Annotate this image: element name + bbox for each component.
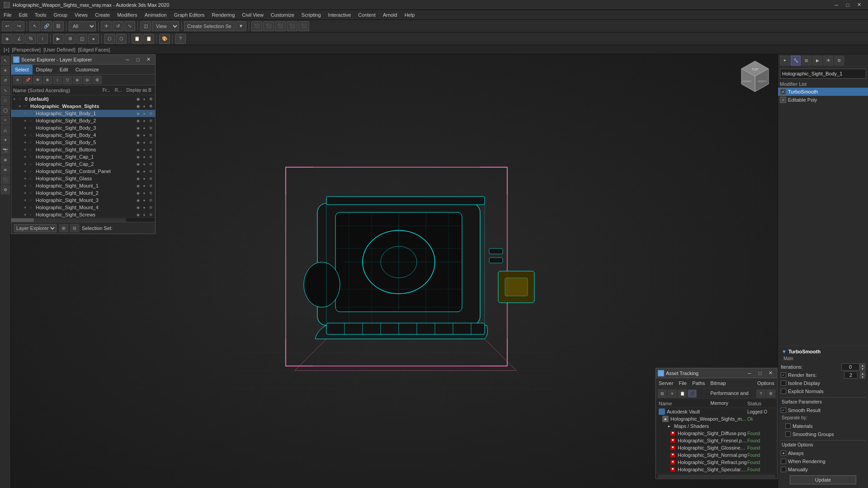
at-help-btn[interactable]: ? — [756, 389, 765, 398]
at-tool3[interactable]: 📋 — [678, 389, 687, 398]
se-horizontal-scrollbar[interactable] — [11, 217, 155, 222]
rotate-btn[interactable]: ↺ — [113, 21, 123, 31]
help-btn[interactable]: ? — [175, 34, 186, 44]
hierarchy-btn[interactable]: ⊞ — [802, 56, 811, 66]
lights-btn[interactable]: ☀ — [1, 136, 10, 145]
se-menu-select[interactable]: Select — [11, 65, 33, 75]
menu-item-edit[interactable]: Edit — [15, 10, 31, 20]
menu-item-rendering[interactable]: Rendering — [208, 10, 239, 20]
maximize-button[interactable]: □ — [842, 0, 853, 10]
minimize-button[interactable]: ─ — [831, 0, 842, 10]
curves-btn[interactable]: ⬛ — [298, 21, 309, 31]
object-name-field[interactable] — [780, 69, 866, 79]
motion-btn[interactable]: ▶ — [812, 56, 822, 66]
viewport-edged-faces[interactable]: [Edged Faces] — [78, 47, 110, 52]
at-menu-server[interactable]: Server — [656, 378, 676, 388]
se-hide-btn[interactable]: 👁 — [33, 76, 42, 84]
se-list-item[interactable]: ●○Holographic_Sight_Body_4◉●⚙ — [11, 131, 155, 139]
mirror-btn[interactable]: ⬛ — [251, 21, 262, 31]
menu-item-group[interactable]: Group — [50, 10, 71, 20]
link-btn[interactable]: 🔗 — [41, 21, 52, 31]
se-list-item[interactable]: ●○Holographic_Sight_Glass◉●⚙ — [11, 175, 155, 182]
material-explorer-btn[interactable]: ⬡ — [116, 34, 127, 44]
move-tool-btn[interactable]: ✛ — [1, 66, 10, 75]
se-maximize-btn[interactable]: □ — [133, 55, 143, 65]
se-list-item[interactable]: ●○Holographic_Sight_Buttons◉●⚙ — [11, 146, 155, 153]
at-settings-btn[interactable]: ⚙ — [766, 389, 775, 398]
se-close-btn[interactable]: ✕ — [143, 55, 153, 65]
menu-item-tools[interactable]: Tools — [31, 10, 50, 20]
manage-layers-btn[interactable]: ⬛ — [287, 21, 297, 31]
when-rendering-radio[interactable] — [781, 459, 786, 464]
material-editor-btn[interactable]: ⬡ — [104, 34, 115, 44]
select-region-btn[interactable]: □ — [1, 96, 10, 105]
se-minimize-btn[interactable]: ─ — [123, 55, 132, 65]
menu-item-modifiers[interactable]: Modifiers — [113, 10, 141, 20]
redo-btn[interactable]: ↪ — [14, 21, 24, 31]
ribbon-btn[interactable]: ⬛ — [1, 175, 10, 184]
modifier-visibility-checkbox[interactable]: ✓ — [780, 97, 786, 103]
iterations-up[interactable]: ▲ — [860, 363, 865, 367]
se-list-item[interactable]: ●○Holographic_Sight_Cap_2◉●⚙ — [11, 160, 155, 168]
manually-radio[interactable] — [781, 467, 786, 472]
systems-btn[interactable]: ⚙ — [1, 185, 10, 194]
se-list-item[interactable]: ●○Holographic_Sight_Mount_4◉●⚙ — [11, 204, 155, 211]
render-prod-btn[interactable]: ▸ — [88, 34, 99, 44]
at-list-item[interactable]: ▸Maps / Shaders — [656, 422, 777, 430]
smoothing-groups-checkbox[interactable] — [785, 432, 791, 437]
se-filter-btn[interactable]: ▽ — [63, 76, 72, 84]
se-options-btn[interactable]: ⚙ — [93, 76, 102, 84]
at-close-btn[interactable]: ✕ — [765, 368, 775, 378]
menu-item-scripting[interactable]: Scripting — [298, 10, 325, 20]
display-btn[interactable]: 👁 — [823, 56, 833, 66]
iterations-input[interactable] — [841, 363, 859, 371]
se-list-item[interactable]: ●○0 (default)◉●⚙ — [11, 95, 155, 103]
se-footer-btn1[interactable]: ⊞ — [59, 224, 68, 232]
menu-item-arnold[interactable]: Arnold — [379, 10, 401, 20]
menu-item-file[interactable]: File — [0, 10, 15, 20]
se-pin-btn[interactable]: 📌 — [23, 76, 32, 84]
spacewarps-btn[interactable]: ≋ — [1, 165, 10, 174]
at-maximize-btn[interactable]: □ — [755, 368, 765, 378]
viewport-user-defined[interactable]: [User Defined] — [43, 47, 75, 52]
wire-color-btn[interactable]: 🎨 — [159, 34, 170, 44]
se-menu-edit[interactable]: Edit — [56, 65, 72, 75]
scale-tool-btn[interactable]: ⤡ — [1, 86, 10, 95]
create-panel-btn[interactable]: ✦ — [780, 56, 790, 66]
render-iters-checkbox[interactable]: ✓ — [781, 372, 786, 378]
create-btn[interactable]: + — [1, 116, 10, 125]
shapes-btn[interactable]: △ — [1, 126, 10, 135]
se-list-item[interactable]: ●○Holographic_Weapon_Sights◉●⚙ — [11, 103, 155, 110]
percent-snap-btn[interactable]: % — [25, 34, 36, 44]
snap-toggle-btn[interactable]: ◈ — [2, 34, 13, 44]
sel-dropdown-btn[interactable]: ▼ — [236, 21, 246, 31]
render-iters-up[interactable]: ▲ — [860, 371, 865, 375]
at-menu-bitmap-performance-and-memory[interactable]: Bitmap Performance and Memory — [708, 378, 755, 388]
se-list-item[interactable]: ●○Holographic_Sight_Mount_1◉●⚙ — [11, 182, 155, 189]
modifier-list[interactable]: ✓TurboSmooth✓Editable Poly — [778, 88, 868, 346]
layer-btn[interactable]: ⬛ — [275, 21, 286, 31]
at-horizontal-scrollbar[interactable] — [656, 473, 777, 479]
se-list-item[interactable]: ●○Holographic_Sight_Body_2◉●⚙ — [11, 117, 155, 124]
modify-panel-btn[interactable]: 🔧 — [791, 56, 801, 66]
menu-item-interactive[interactable]: Interactive — [325, 10, 355, 20]
at-list-item[interactable]: ■Holographic_Sight_Specular.pngFound — [656, 466, 777, 473]
smooth-result-checkbox[interactable]: ✓ — [781, 408, 786, 413]
undo-btn[interactable]: ↩ — [2, 21, 13, 31]
angle-snap-btn[interactable]: ∠ — [14, 34, 24, 44]
se-list-item[interactable]: ●○Holographic_Sight_Cap_1◉●⚙ — [11, 153, 155, 160]
menu-item-animation[interactable]: Animation — [141, 10, 170, 20]
materials-checkbox[interactable] — [785, 423, 791, 429]
scale-btn[interactable]: ⤡ — [124, 21, 135, 31]
at-list-item[interactable]: ■Holographic_Sight_Fresnel.pngFound — [656, 437, 777, 444]
se-layer-dropdown[interactable]: Layer Explorer — [14, 224, 57, 232]
at-scroll-track[interactable] — [658, 474, 775, 478]
se-list-item[interactable]: ●○Holographic_Sight_Mount_3◉●⚙ — [11, 197, 155, 204]
update-button[interactable]: Update — [790, 475, 856, 484]
se-menu-customize[interactable]: Customize — [72, 65, 103, 75]
at-asset-list[interactable]: Autodesk VaultLogged O■Holographic_Weapo… — [656, 408, 777, 473]
render-btn[interactable]: ▶ — [53, 34, 64, 44]
viewport-perspective[interactable]: [Perspective] — [12, 47, 41, 52]
se-list-item[interactable]: ●○Holographic_Sight_Body_3◉●⚙ — [11, 124, 155, 131]
explicit-normals-checkbox[interactable] — [781, 389, 786, 394]
